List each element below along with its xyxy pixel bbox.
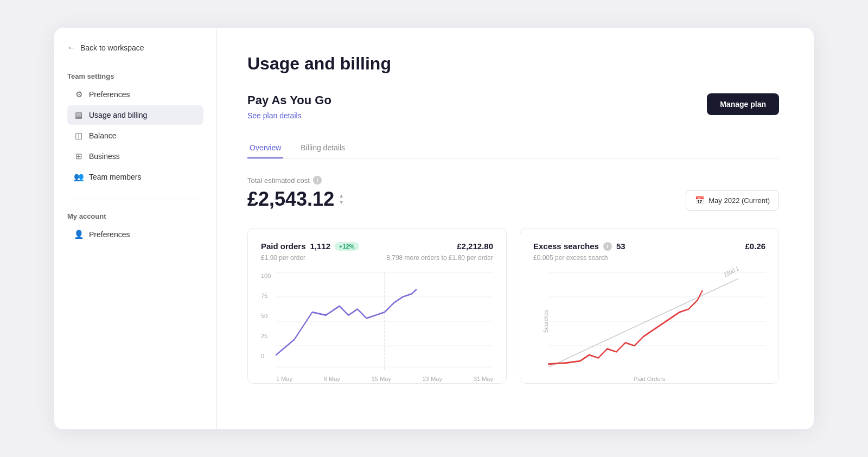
my-account-title: My account: [67, 212, 203, 220]
team-members-icon: 👥: [74, 172, 84, 182]
plan-section: Pay As You Go See plan details Manage pl…: [247, 93, 779, 120]
sidebar-item-preferences-label: Preferences: [89, 90, 130, 99]
sidebar-item-account-preferences[interactable]: 👤 Preferences: [67, 225, 203, 244]
page-title: Usage and billing: [247, 54, 779, 74]
cost-label: Total estimated cost i: [247, 176, 344, 185]
paid-orders-chart: 100 75 50 25 0: [261, 272, 493, 370]
sidebar-item-account-preferences-label: Preferences: [89, 230, 130, 239]
sidebar-item-usage-billing-label: Usage and billing: [89, 111, 147, 119]
excess-searches-x-labels: Paid Orders: [533, 372, 765, 382]
cost-left: Total estimated cost i £2,543.12 ▲ ▼: [247, 176, 344, 211]
sidebar-item-business-label: Business: [89, 152, 120, 161]
excess-searches-count: 53: [616, 242, 626, 251]
svg-line-10: [548, 278, 738, 367]
cost-amount: £2,543.12 ▲ ▼: [247, 188, 344, 211]
excess-searches-chart-svg: 1500:1: [548, 272, 765, 370]
gear-icon: ⚙: [74, 90, 84, 99]
back-to-workspace-link[interactable]: ← Back to workspace: [54, 28, 216, 66]
paid-orders-card-header: Paid orders 1,112 +12% £2,212.80: [261, 242, 493, 251]
paid-orders-x-axis-label: Paid Orders: [634, 376, 666, 382]
sidebar-item-team-members[interactable]: 👥 Team members: [67, 167, 203, 187]
tabs: Overview Billing details: [247, 138, 779, 158]
sidebar-item-balance[interactable]: ◫ Balance: [67, 126, 203, 145]
my-account-section: My account 👤 Preferences: [54, 206, 216, 250]
sidebar-item-preferences[interactable]: ⚙ Preferences: [67, 85, 203, 104]
cost-spinner[interactable]: ▲ ▼: [339, 193, 344, 205]
account-icon: 👤: [74, 230, 84, 239]
team-settings-section: Team settings ⚙ Preferences ▤ Usage and …: [54, 66, 216, 192]
paid-orders-subtitle-left: £1.90 per order: [261, 254, 305, 262]
paid-orders-title: Paid orders: [261, 242, 306, 251]
excess-searches-title-row: Excess searches i 53: [533, 242, 626, 251]
excess-searches-info-icon[interactable]: i: [603, 242, 612, 251]
sidebar-item-balance-label: Balance: [89, 131, 117, 140]
plan-details-link[interactable]: See plan details: [247, 111, 302, 120]
manage-plan-button[interactable]: Manage plan: [707, 93, 779, 115]
searches-y-axis-label: Searches: [543, 310, 549, 333]
excess-searches-subtitle: £0.005 per excess search: [533, 254, 765, 262]
back-arrow-icon: ←: [67, 43, 76, 53]
cost-section: Total estimated cost i £2,543.12 ▲ ▼ 📅 M…: [247, 176, 779, 211]
business-icon: ⊞: [74, 151, 84, 161]
paid-orders-chart-svg: [276, 272, 493, 370]
paid-orders-badge: +12%: [335, 242, 359, 251]
balance-icon: ◫: [74, 131, 84, 141]
billing-icon: ▤: [74, 110, 84, 120]
sidebar: ← Back to workspace Team settings ⚙ Pref…: [54, 28, 217, 429]
plan-name: Pay As You Go: [247, 93, 331, 107]
back-link-label: Back to workspace: [80, 43, 144, 52]
paid-orders-x-labels: 1 May 8 May 15 May 23 May 31 May: [261, 372, 493, 382]
excess-searches-card-header: Excess searches i 53 £0.26: [533, 242, 765, 251]
date-picker-button[interactable]: 📅 May 2022 (Current): [686, 190, 779, 211]
paid-orders-count: 1,112: [310, 242, 331, 251]
plan-info: Pay As You Go See plan details: [247, 93, 331, 120]
tab-billing-details[interactable]: Billing details: [298, 138, 347, 158]
svg-text:1500:1: 1500:1: [723, 264, 739, 278]
tab-overview[interactable]: Overview: [247, 138, 283, 158]
app-container: ← Back to workspace Team settings ⚙ Pref…: [54, 28, 814, 429]
date-picker-label: May 2022 (Current): [709, 196, 770, 205]
paid-orders-amount: £2,212.80: [457, 242, 493, 251]
main-content: Usage and billing Pay As You Go See plan…: [217, 28, 814, 429]
paid-orders-y-labels: 100 75 50 25 0: [261, 272, 271, 370]
excess-searches-card: Excess searches i 53 £0.26 £0.005 per ex…: [520, 228, 779, 384]
excess-searches-chart: Searches 1500:1: [533, 272, 765, 370]
team-settings-title: Team settings: [67, 72, 203, 80]
calendar-icon: 📅: [695, 196, 704, 205]
sidebar-item-usage-billing[interactable]: ▤ Usage and billing: [67, 105, 203, 125]
paid-orders-subtitle-right: 8,798 more orders to £1.80 per order: [386, 254, 493, 262]
excess-searches-subtitle-left: £0.005 per excess search: [533, 254, 608, 262]
paid-orders-card: Paid orders 1,112 +12% £2,212.80 £1.90 p…: [247, 228, 507, 384]
sidebar-item-team-members-label: Team members: [89, 173, 141, 181]
cost-info-icon[interactable]: i: [313, 176, 322, 185]
sidebar-item-business[interactable]: ⊞ Business: [67, 147, 203, 166]
paid-orders-subtitle: £1.90 per order 8,798 more orders to £1.…: [261, 254, 493, 262]
excess-searches-amount: £0.26: [745, 242, 765, 251]
excess-searches-title: Excess searches: [533, 242, 599, 251]
sidebar-divider: [67, 199, 203, 199]
paid-orders-title-row: Paid orders 1,112 +12%: [261, 242, 359, 251]
cards-row: Paid orders 1,112 +12% £2,212.80 £1.90 p…: [247, 228, 779, 384]
